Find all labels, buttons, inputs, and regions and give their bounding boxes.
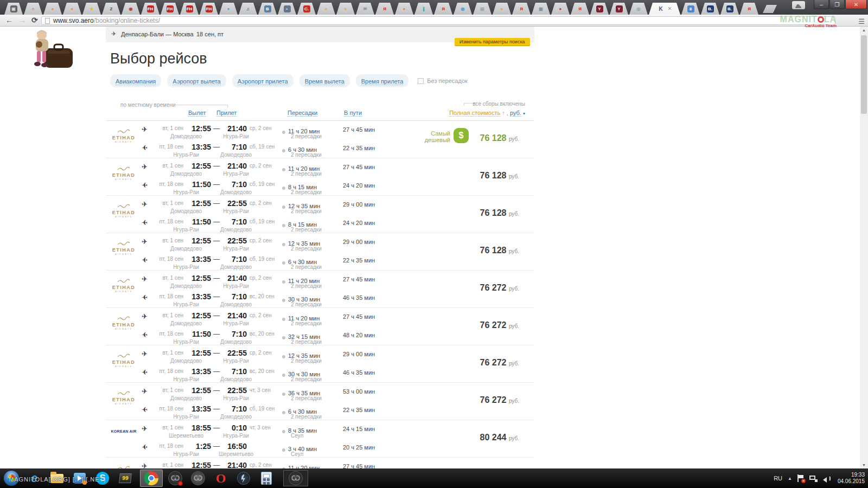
pinned-tab[interactable]: Z: [102, 3, 120, 15]
pinned-tab[interactable]: ●: [551, 3, 570, 15]
pinned-tab[interactable]: ●: [43, 3, 62, 15]
flight-row[interactable]: ETIHADAIRWAYS✈вт, 1 сен12:55—22:55чт, 3 …: [106, 383, 534, 420]
clock[interactable]: 19:33 04.06.2015: [838, 472, 865, 485]
wot-launcher-icon[interactable]: Ѡ: [283, 470, 308, 486]
tray-expand-icon[interactable]: ▲: [788, 476, 792, 481]
filter-link[interactable]: Время вылета: [299, 74, 350, 87]
flight-row[interactable]: ETIHADAIRWAYS✈вт, 1 сен12:55—22:55ср, 2 …: [106, 196, 534, 233]
profile-button[interactable]: [792, 1, 805, 9]
leg-dep-time: 12:55: [186, 387, 211, 394]
chrome-taskbar-button[interactable]: [140, 470, 163, 487]
pinned-tab[interactable]: ▪: [278, 3, 296, 15]
column-arrive[interactable]: Прилет: [216, 110, 237, 116]
tab-close-icon[interactable]: ✕: [668, 6, 672, 11]
reload-button[interactable]: ⟳: [31, 16, 38, 24]
wot-icon-2[interactable]: Ѡ: [190, 470, 206, 486]
no-transfers-filter[interactable]: Без пересадок: [418, 78, 467, 84]
pinned-tab[interactable]: Y: [590, 3, 609, 15]
pinned-tab[interactable]: FH: [161, 3, 179, 15]
forward-button[interactable]: →: [18, 16, 26, 24]
maximize-button[interactable]: ❐: [829, 0, 845, 9]
flight-row[interactable]: ETIHADAIRWAYS✈вт, 1 сен12:55—21:40ср, 2 …: [106, 271, 534, 308]
pinned-tab[interactable]: ★: [82, 3, 101, 15]
action-center-icon[interactable]: ✕: [797, 474, 804, 482]
pinned-tab[interactable]: FH: [200, 3, 218, 15]
sort-by-price-link[interactable]: Полная стоимость: [449, 110, 500, 117]
leg-dep-date: вт, 1 сен: [156, 125, 186, 132]
leg-dep-time: 11:50: [186, 181, 211, 188]
pinned-tab[interactable]: ●: [317, 3, 335, 15]
pinned-tab[interactable]: Я: [571, 3, 589, 15]
wot-icon-1[interactable]: Ѡ: [167, 470, 183, 486]
flight-row[interactable]: ETIHADAIRWAYS✈вт, 1 сен12:55—21:40ср, 2 …: [106, 458, 534, 468]
minimize-button[interactable]: –: [814, 0, 829, 9]
pinned-tab[interactable]: ●: [63, 3, 81, 15]
leg-arr-date: ср, 2 сен: [247, 125, 285, 132]
pinned-tab[interactable]: ▤: [473, 3, 492, 15]
menu-icon[interactable]: ☰: [858, 17, 864, 25]
page-scrollbar[interactable]: ▲ ▼: [860, 27, 868, 468]
pinned-tab[interactable]: FH: [180, 3, 199, 15]
column-transfers[interactable]: Пересадки: [288, 110, 317, 116]
media-player-icon[interactable]: [72, 470, 88, 486]
network-icon[interactable]: [809, 475, 818, 482]
scroll-down-icon[interactable]: ▼: [860, 463, 868, 467]
opera-icon[interactable]: O: [213, 470, 229, 486]
pinned-tab[interactable]: Y: [610, 3, 628, 15]
pinned-tab[interactable]: ◎: [629, 3, 648, 15]
active-tab[interactable]: K✕: [649, 3, 680, 15]
scroll-up-icon[interactable]: ▲: [860, 28, 868, 32]
pinned-tab[interactable]: ∩: [24, 3, 42, 15]
pinned-tab[interactable]: C.: [297, 3, 316, 15]
pinned-tab[interactable]: ▣: [4, 3, 23, 15]
start-button[interactable]: [3, 470, 20, 486]
pinned-tab[interactable]: ♫: [239, 3, 257, 15]
back-button[interactable]: ←: [5, 16, 13, 24]
pinned-tab[interactable]: FH: [141, 3, 159, 15]
pinned-tab[interactable]: B.: [701, 3, 719, 15]
flight-row[interactable]: ETIHADAIRWAYS✈вт, 1 сен12:55—21:40ср, 2 …: [106, 308, 534, 345]
flight-row[interactable]: ETIHADAIRWAYS✈вт, 1 сен12:55—22:55ср, 2 …: [106, 233, 534, 271]
filter-link[interactable]: Время прилета: [356, 74, 409, 87]
filter-link[interactable]: Авиакомпания: [110, 74, 161, 87]
column-duration[interactable]: В пути: [344, 110, 362, 116]
pinned-tab[interactable]: ●: [219, 3, 238, 15]
internet-explorer-icon[interactable]: e: [26, 470, 42, 486]
edit-search-button[interactable]: Изменить параметры поиска: [455, 38, 530, 46]
pinned-tab[interactable]: Я: [434, 3, 452, 15]
flight-row[interactable]: ETIHADAIRWAYS✈вт, 1 сен12:55—22:55ср, 2 …: [106, 345, 534, 383]
pinned-tab[interactable]: ∥: [414, 3, 433, 15]
calculator-icon[interactable]: [258, 470, 275, 486]
skype-icon[interactable]: S: [94, 470, 111, 486]
language-indicator[interactable]: RU: [774, 475, 782, 481]
pinned-tab[interactable]: ♦: [395, 3, 413, 15]
daemon-tools-icon[interactable]: [235, 470, 252, 486]
flight-row[interactable]: ETIHADAIRWAYS✈вт, 1 сен12:55—21:40ср, 2 …: [106, 158, 534, 196]
pinned-tab[interactable]: Я: [512, 3, 531, 15]
pinned-tab[interactable]: 8: [681, 3, 700, 15]
checkbox[interactable]: [418, 78, 424, 84]
filter-link[interactable]: Аэропорт вылета: [167, 74, 226, 87]
currency-link[interactable]: руб.: [510, 110, 521, 117]
scrollbar-thumb[interactable]: [861, 35, 867, 114]
pinned-tab[interactable]: B.: [720, 3, 739, 15]
pinned-tab[interactable]: ▦: [532, 3, 550, 15]
explorer-folder-icon[interactable]: [49, 470, 65, 486]
new-tab-button[interactable]: [763, 5, 777, 13]
pinned-tab[interactable]: ●: [336, 3, 355, 15]
pinned-tab[interactable]: Я: [375, 3, 394, 15]
column-depart[interactable]: Вылет: [188, 110, 206, 116]
flight-row[interactable]: ETIHADAIRWAYS✈вт, 1 сен12:55—21:40ср, 2 …: [106, 121, 534, 158]
pinned-tab[interactable]: ◉: [122, 3, 140, 15]
pinned-tab[interactable]: B: [258, 3, 277, 15]
pinned-tab[interactable]: ✉: [356, 3, 374, 15]
pinned-tab[interactable]: Я: [740, 3, 758, 15]
flight-row[interactable]: KOREAN AIR✈вт, 1 сен18:55—0:10чт, 3 сенШ…: [106, 420, 534, 458]
close-button[interactable]: ✕: [845, 0, 867, 9]
pinned-tab[interactable]: ◍: [454, 3, 472, 15]
pinned-tab[interactable]: ●: [493, 3, 511, 15]
address-bar[interactable]: www.svo.aero/booking/online-tickets/: [41, 16, 835, 25]
filter-link[interactable]: Аэропорт прилета: [232, 74, 293, 87]
fps-counter-icon[interactable]: 99: [117, 470, 133, 486]
volume-icon[interactable]: [823, 475, 831, 482]
